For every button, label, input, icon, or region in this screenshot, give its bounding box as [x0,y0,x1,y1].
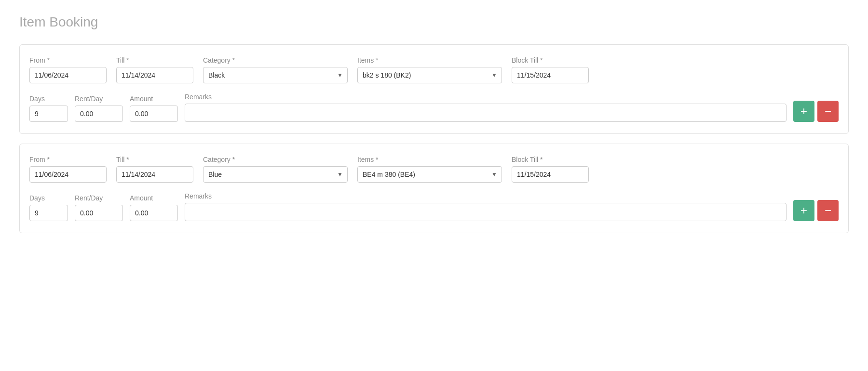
remarks-group-2: Remarks [185,192,787,221]
days-label-1: Days [29,95,68,103]
items-group-2: Items * bk2 s 180 (BK2)BE4 m 380 (BE4) ▼ [357,156,502,183]
block-till-group-1: Block Till * [512,56,589,83]
add-button-1[interactable]: + [793,101,814,122]
items-select-2[interactable]: bk2 s 180 (BK2)BE4 m 380 (BE4) [357,166,502,183]
block-till-label-2: Block Till * [512,156,589,163]
remove-button-1[interactable]: − [817,101,839,122]
items-select-wrapper-1: bk2 s 180 (BK2)BE4 m 380 (BE4) ▼ [357,67,502,83]
items-group-1: Items * bk2 s 180 (BK2)BE4 m 380 (BE4) ▼ [357,56,502,83]
till-group-1: Till * [116,56,193,83]
amount-group-1: Amount [130,95,178,122]
category-label-1: Category * [203,56,348,64]
amount-label-2: Amount [130,194,178,202]
remove-button-2[interactable]: − [817,200,839,221]
category-select-1[interactable]: BlackBlueRedGreen [203,67,348,83]
rent-label-2: Rent/Day [75,194,123,202]
days-label-2: Days [29,194,68,202]
category-group-1: Category * BlackBlueRedGreen ▼ [203,56,348,83]
booking-row-1: From * Till * Category * BlackBlueRedGre… [19,44,849,134]
action-buttons-1: + − [793,101,839,122]
block-till-input-2[interactable] [512,166,589,183]
from-input-2[interactable] [29,166,107,183]
rent-group-1: Rent/Day [75,95,123,122]
rent-group-2: Rent/Day [75,194,123,221]
till-input-2[interactable] [116,166,193,183]
remarks-input-2[interactable] [185,203,787,221]
category-group-2: Category * BlackBlueRedGreen ▼ [203,156,348,183]
block-till-label-1: Block Till * [512,56,589,64]
block-till-input-1[interactable] [512,67,589,83]
amount-input-2[interactable] [130,205,178,221]
from-input-1[interactable] [29,67,107,83]
items-select-wrapper-2: bk2 s 180 (BK2)BE4 m 380 (BE4) ▼ [357,166,502,183]
days-input-1[interactable] [29,106,68,122]
days-group-2: Days [29,194,68,221]
from-label-2: From * [29,156,107,163]
from-group-1: From * [29,56,107,83]
from-group-2: From * [29,156,107,183]
remarks-label-2: Remarks [185,192,787,200]
items-label-2: Items * [357,156,502,163]
category-select-2[interactable]: BlackBlueRedGreen [203,166,348,183]
remarks-label-1: Remarks [185,93,787,101]
amount-label-1: Amount [130,95,178,103]
days-group-1: Days [29,95,68,122]
rent-label-1: Rent/Day [75,95,123,103]
amount-input-1[interactable] [130,106,178,122]
items-select-1[interactable]: bk2 s 180 (BK2)BE4 m 380 (BE4) [357,67,502,83]
days-input-2[interactable] [29,205,68,221]
from-label-1: From * [29,56,107,64]
category-select-wrapper-2: BlackBlueRedGreen ▼ [203,166,348,183]
add-button-2[interactable]: + [793,200,814,221]
till-input-1[interactable] [116,67,193,83]
rent-input-1[interactable] [75,106,123,122]
till-label-1: Till * [116,56,193,64]
till-label-2: Till * [116,156,193,163]
items-label-1: Items * [357,56,502,64]
till-group-2: Till * [116,156,193,183]
block-till-group-2: Block Till * [512,156,589,183]
amount-group-2: Amount [130,194,178,221]
category-select-wrapper-1: BlackBlueRedGreen ▼ [203,67,348,83]
category-label-2: Category * [203,156,348,163]
page-title: Item Booking [19,14,849,30]
action-buttons-2: + − [793,200,839,221]
remarks-group-1: Remarks [185,93,787,122]
remarks-input-1[interactable] [185,104,787,122]
rent-input-2[interactable] [75,205,123,221]
booking-row-2: From * Till * Category * BlackBlueRedGre… [19,144,849,233]
